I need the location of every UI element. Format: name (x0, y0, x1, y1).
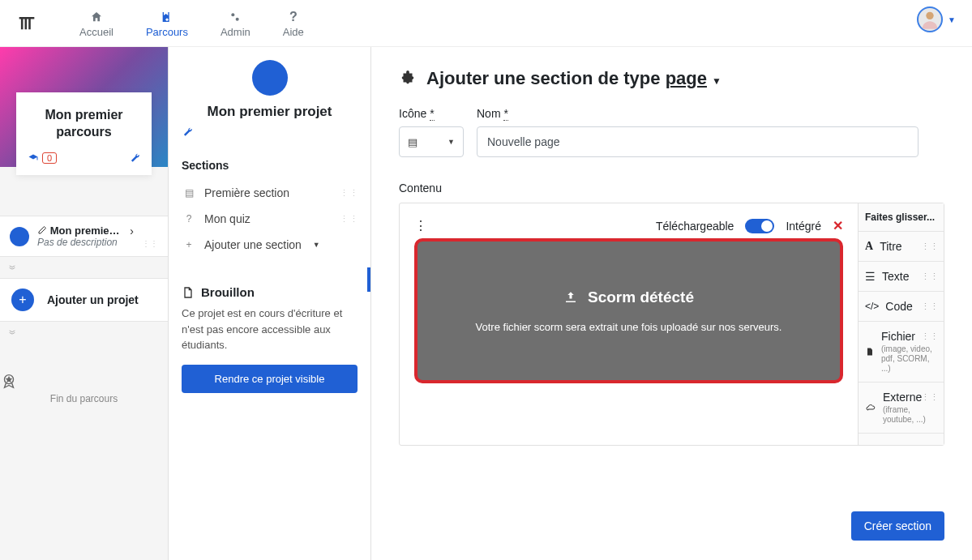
drag-handle-icon[interactable]: ⋮⋮ (340, 188, 359, 199)
user-menu[interactable]: ▼ (917, 6, 956, 32)
plus-icon: + (183, 239, 195, 250)
code-icon: </> (865, 301, 879, 312)
file-icon (865, 346, 875, 357)
drag-handle-icon[interactable]: ⋮⋮ (340, 214, 359, 224)
section-label: Première section (204, 186, 289, 199)
close-icon[interactable]: ✕ (833, 218, 843, 233)
edit-icon (37, 225, 47, 235)
gears-icon (228, 8, 242, 26)
home-icon (89, 8, 104, 26)
icon-label: Icône * (399, 107, 464, 120)
project-avatar (252, 60, 288, 96)
create-section-button[interactable]: Créer section (851, 511, 944, 541)
palette-texte[interactable]: ☰Texte⋮⋮ (859, 262, 944, 292)
nav-aide-label: Aide (283, 26, 304, 38)
drag-handle-icon: ⋮⋮ (921, 242, 939, 252)
downloadable-toggle[interactable] (745, 219, 774, 233)
content-label: Contenu (399, 182, 944, 195)
nav-parcours-label: Parcours (146, 26, 188, 38)
caret-down-icon: ▼ (447, 138, 455, 146)
award-icon (0, 372, 168, 390)
palette-heading: Faites glisser... (859, 203, 944, 232)
section-item-0[interactable]: ▤Première section⋮⋮ (182, 180, 370, 206)
svg-point-2 (926, 12, 933, 19)
name-input[interactable] (477, 126, 918, 157)
fin-parcours: Fin du parcours (0, 372, 168, 404)
nav-aide[interactable]: ?Aide (267, 6, 320, 40)
project-name: Mon premier projet (182, 104, 358, 120)
add-project[interactable]: + Ajouter un projet (0, 278, 168, 322)
scorm-title: Scorm détécté (588, 289, 694, 306)
sections-heading: Sections (182, 159, 370, 172)
project-item[interactable]: Mon premier pro... Pas de description › … (0, 216, 168, 257)
palette-code[interactable]: </>Code⋮⋮ (859, 292, 944, 322)
drag-handle-icon: ⋮⋮ (921, 271, 939, 282)
upload-icon (563, 290, 578, 305)
downloadable-label: Téléchargeable (656, 220, 734, 233)
palette-titre[interactable]: ATitre⋮⋮ (859, 232, 944, 262)
expand-down[interactable] (0, 257, 168, 278)
nav-admin[interactable]: Admin (204, 6, 267, 40)
caret-down-icon: ▼ (313, 241, 320, 249)
wrench-icon[interactable] (129, 152, 140, 164)
logo[interactable] (6, 6, 47, 39)
add-section-label: Ajouter une section (204, 238, 302, 251)
block-menu-icon[interactable]: ⋮ (414, 218, 427, 233)
question-icon: ? (289, 8, 298, 26)
font-icon: A (865, 240, 873, 253)
draft-text: Ce projet est en cours d'écriture et n'e… (182, 306, 358, 353)
make-visible-button[interactable]: Rendre ce projet visible (182, 365, 358, 393)
expand-down-2[interactable] (0, 322, 168, 343)
students-count: 0 (42, 152, 57, 164)
fin-label: Fin du parcours (0, 393, 168, 404)
icon-select[interactable]: ▤▼ (399, 126, 464, 157)
drag-handle-icon: ⋮⋮ (921, 392, 939, 403)
nav-parcours[interactable]: Parcours (130, 6, 204, 40)
drag-handle-icon: ⋮⋮ (921, 301, 939, 312)
puzzle-icon (399, 70, 417, 88)
avatar (917, 6, 943, 32)
palette-fichier[interactable]: Fichier(image, video, pdf, SCORM, ...)⋮⋮ (859, 322, 944, 383)
scorm-desc: Votre fichier scorm sera extrait une foi… (442, 321, 816, 333)
page-type-dropdown[interactable]: page (666, 68, 707, 88)
add-section[interactable]: +Ajouter une section ▼ (182, 232, 370, 258)
wrench-icon[interactable] (182, 126, 358, 138)
scorm-block: Scorm détécté Votre fichier scorm sera e… (414, 238, 843, 383)
page-title: Ajouter une section de type page ▼ (399, 68, 944, 89)
project-title: Mon premier pro... (50, 224, 122, 237)
cloud-icon (865, 403, 876, 413)
project-desc: Pas de description (37, 237, 122, 248)
parcours-icon (160, 8, 174, 26)
drag-handle-icon: ⋮⋮ (921, 331, 939, 342)
question-icon: ? (183, 213, 195, 224)
project-dot (10, 227, 29, 246)
graduation-cap-icon (28, 153, 39, 163)
caret-down-icon: ▼ (948, 15, 956, 24)
svg-point-0 (232, 13, 235, 16)
name-label: Nom * (477, 107, 918, 120)
lines-icon: ☰ (865, 270, 876, 283)
students-badge[interactable]: 0 (28, 152, 57, 164)
nav-admin-label: Admin (221, 26, 250, 38)
chevron-right-icon: › (130, 224, 134, 237)
course-card: Mon premier parcours 0 (16, 92, 152, 175)
book-icon: ▤ (408, 136, 417, 148)
section-label: Mon quiz (204, 212, 250, 225)
integrated-label: Intégré (786, 220, 821, 233)
section-item-1[interactable]: ?Mon quiz⋮⋮ (182, 206, 370, 232)
palette-externe[interactable]: Externe(iframe, youtube, ...)⋮⋮ (859, 383, 944, 434)
book-icon: ▤ (183, 187, 195, 199)
caret-down-icon: ▼ (712, 75, 722, 87)
nav-home-label: Accueil (79, 26, 113, 38)
file-icon (182, 286, 195, 299)
plus-icon: + (11, 289, 34, 311)
svg-point-1 (236, 18, 239, 21)
add-project-label: Ajouter un projet (47, 293, 139, 306)
draft-heading: Brouillon (182, 285, 358, 299)
course-title: Mon premier parcours (24, 107, 143, 141)
nav-home[interactable]: Accueil (63, 6, 130, 40)
drag-handle-icon[interactable]: ⋮⋮ (142, 239, 158, 248)
